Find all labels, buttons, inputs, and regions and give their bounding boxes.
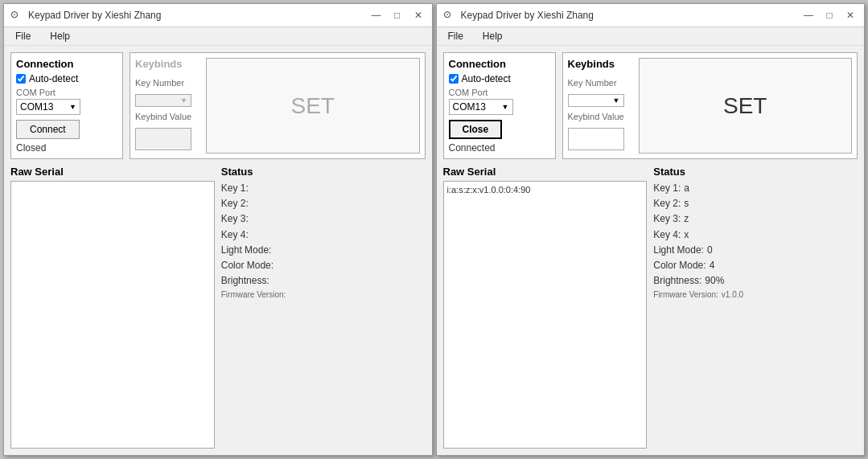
key-number-chevron-1: ▼ [180, 96, 187, 105]
key-number-select-2[interactable]: ▼ [568, 94, 624, 107]
key2-label-1: Key 2: [221, 196, 249, 211]
raw-serial-panel-2: Raw Serial i:a:s:z:x:v1.0.0:0:4:90 [443, 166, 648, 449]
status-light-mode-row-1: Light Mode: [221, 243, 426, 258]
status-key4-row-1: Key 4: [221, 227, 426, 243]
auto-detect-label-2: Auto-detect [462, 73, 511, 84]
status-key1-row-2: Key 1: a [653, 181, 858, 196]
status-title-2: Status [653, 166, 858, 178]
maximize-button-2[interactable]: □ [822, 10, 837, 21]
brightness-label-2: Brightness: [653, 273, 701, 289]
keybinds-title-2: Keybinds [568, 58, 632, 70]
app-icon-1: ⊙ [10, 9, 23, 22]
auto-detect-row-1: Auto-detect [16, 73, 117, 84]
status-light-mode-row-2: Light Mode: 0 [653, 243, 858, 258]
title-bar-1: ⊙ Keypad Driver by Xieshi Zhang — □ ✕ [4, 4, 432, 27]
top-section-1: Connection Auto-detect COM Port COM13 ▼ … [10, 52, 426, 159]
menu-file-1[interactable]: File [10, 29, 35, 43]
color-mode-label-2: Color Mode: [653, 258, 706, 273]
title-bar-2: ⊙ Keypad Driver by Xieshi Zhang — □ ✕ [437, 4, 865, 27]
key2-value-2: s [684, 196, 689, 211]
title-bar-left-1: ⊙ Keypad Driver by Xieshi Zhang [10, 9, 161, 22]
window-2: ⊙ Keypad Driver by Xieshi Zhang — □ ✕ Fi… [436, 3, 866, 456]
status-rows-2: Key 1: a Key 2: s Key 3: z Key 4: x [653, 181, 858, 301]
menu-bar-2: File Help [437, 27, 865, 46]
minimize-button-1[interactable]: — [369, 10, 384, 21]
raw-serial-title-2: Raw Serial [443, 166, 648, 178]
brightness-label-1: Brightness: [221, 273, 269, 289]
close-button-2[interactable]: ✕ [843, 10, 858, 21]
keybind-value-label-2: Keybind Value [568, 112, 632, 121]
firmware-label-1: Firmware Version: [221, 289, 286, 301]
close-button-1[interactable]: ✕ [411, 10, 426, 21]
keybinds-title-1: Keybinds [135, 58, 200, 70]
key-number-chevron-2: ▼ [613, 96, 620, 105]
raw-serial-box-1 [10, 181, 215, 449]
content-2: Connection Auto-detect COM Port COM13 ▼ … [437, 46, 865, 455]
keybind-value-label-1: Keybind Value [135, 112, 200, 121]
color-mode-value-2: 4 [710, 258, 715, 273]
brightness-value-2: 90% [705, 273, 724, 289]
status-color-mode-row-2: Color Mode: 4 [653, 258, 858, 273]
key1-value-2: a [684, 181, 689, 196]
com-port-chevron-1: ▼ [69, 103, 76, 111]
key3-label-2: Key 3: [653, 211, 681, 227]
minimize-button-2[interactable]: — [801, 10, 816, 21]
key4-label-2: Key 4: [653, 227, 681, 243]
connect-button-1[interactable]: Connect [16, 120, 80, 139]
auto-detect-checkbox-1[interactable] [16, 74, 26, 84]
status-color-mode-row-1: Color Mode: [221, 258, 426, 273]
menu-help-2[interactable]: Help [478, 29, 508, 43]
raw-serial-title-1: Raw Serial [10, 166, 215, 178]
menu-help-1[interactable]: Help [45, 29, 75, 43]
com-port-label-2: COM Port [449, 88, 550, 97]
connection-status-2: Connected [449, 142, 550, 154]
title-bar-left-2: ⊙ Keypad Driver by Xieshi Zhang [443, 9, 594, 22]
light-mode-value-2: 0 [707, 243, 713, 258]
light-mode-label-2: Light Mode: [653, 243, 704, 258]
connect-button-2[interactable]: Close [449, 120, 503, 139]
com-port-value-2: COM13 [453, 101, 486, 113]
com-port-select-wrapper-1[interactable]: COM13 ▼ [16, 99, 80, 115]
set-button-2[interactable]: SET [639, 58, 853, 154]
status-firmware-row-1: Firmware Version: [221, 289, 426, 301]
firmware-value-2: v1.0.0 [722, 289, 743, 301]
connection-title-2: Connection [449, 58, 550, 70]
com-port-chevron-2: ▼ [502, 103, 509, 111]
keybind-value-input-2[interactable] [568, 128, 624, 150]
top-section-2: Connection Auto-detect COM Port COM13 ▼ … [443, 52, 858, 159]
title-controls-2: — □ ✕ [801, 10, 858, 21]
status-key3-row-2: Key 3: z [653, 211, 858, 227]
key-number-label-2: Key Number [568, 78, 632, 88]
maximize-button-1[interactable]: □ [390, 10, 405, 21]
status-key4-row-2: Key 4: x [653, 227, 858, 243]
keybind-value-input-1[interactable] [135, 128, 191, 150]
auto-detect-row-2: Auto-detect [449, 73, 550, 84]
key-number-select-1[interactable]: ▼ [135, 94, 191, 107]
menu-file-2[interactable]: File [443, 29, 468, 43]
color-mode-label-1: Color Mode: [221, 258, 274, 273]
key3-label-1: Key 3: [221, 211, 249, 227]
window-title-2: Keypad Driver by Xieshi Zhang [461, 10, 594, 21]
com-port-select-wrapper-2[interactable]: COM13 ▼ [449, 99, 513, 115]
key3-value-2: z [684, 211, 689, 227]
status-firmware-row-2: Firmware Version: v1.0.0 [653, 289, 858, 301]
app-icon-2: ⊙ [443, 9, 456, 22]
raw-serial-box-2: i:a:s:z:x:v1.0.0:0:4:90 [443, 181, 648, 449]
connection-panel-2: Connection Auto-detect COM Port COM13 ▼ … [443, 52, 556, 159]
connection-panel-1: Connection Auto-detect COM Port COM13 ▼ … [10, 52, 123, 159]
connection-title-1: Connection [16, 58, 117, 70]
key-number-label-1: Key Number [135, 78, 200, 88]
raw-serial-panel-1: Raw Serial [10, 166, 215, 449]
title-controls-1: — □ ✕ [369, 10, 426, 21]
key4-label-1: Key 4: [221, 227, 249, 243]
firmware-label-2: Firmware Version: [653, 289, 718, 301]
status-key2-row-1: Key 2: [221, 196, 426, 211]
keybinds-panel-1: Keybinds Key Number ▼ Keybind Value SET [130, 52, 426, 159]
status-panel-2: Status Key 1: a Key 2: s Key 3: z [653, 166, 858, 449]
auto-detect-checkbox-2[interactable] [449, 74, 459, 84]
status-rows-1: Key 1: Key 2: Key 3: Key 4: [221, 181, 426, 301]
set-button-1[interactable]: SET [206, 58, 420, 154]
keybinds-panel-2: Keybinds Key Number ▼ Keybind Value SET [562, 52, 858, 159]
connection-status-1: Closed [16, 142, 117, 154]
bottom-section-2: Raw Serial i:a:s:z:x:v1.0.0:0:4:90 Statu… [443, 166, 858, 449]
